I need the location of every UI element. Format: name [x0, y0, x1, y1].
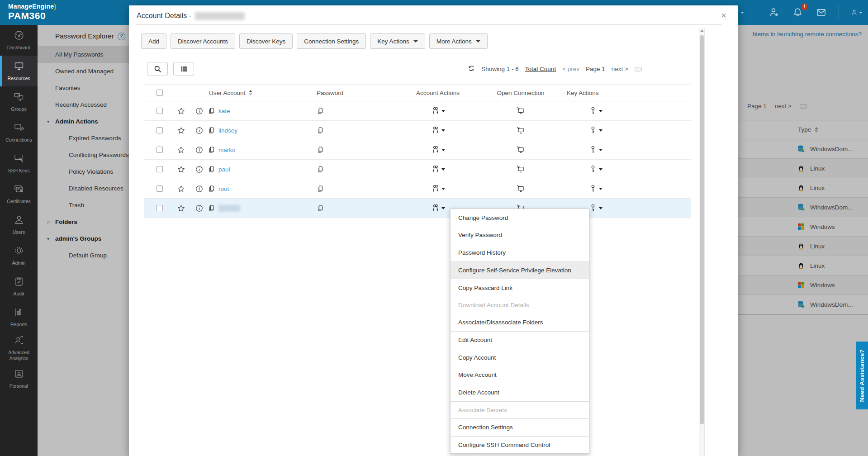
- profile-icon[interactable]: [851, 7, 863, 19]
- page-size-option[interactable]: [662, 67, 669, 71]
- user-account-link[interactable]: marko: [218, 147, 236, 153]
- user-account-link[interactable]: paul: [218, 166, 230, 173]
- sidebar-item[interactable]: Reports: [0, 302, 38, 332]
- menu-item[interactable]: Copy Account: [451, 349, 589, 366]
- sidebar-item[interactable]: Certificates: [0, 179, 38, 209]
- row-checkbox[interactable]: [157, 185, 163, 192]
- sidebar-item[interactable]: Dashboard: [0, 25, 38, 56]
- menu-item[interactable]: Change Password: [451, 209, 589, 227]
- sort-icon[interactable]: [249, 90, 252, 95]
- open-connection-button[interactable]: [516, 165, 525, 174]
- sidebar-item[interactable]: SSH Keys: [0, 148, 38, 179]
- mail-icon[interactable]: [815, 7, 827, 19]
- menu-item[interactable]: Password History: [451, 244, 589, 261]
- copy-icon[interactable]: [208, 107, 215, 114]
- user-star-icon[interactable]: [768, 7, 780, 19]
- key-actions-dropdown[interactable]: [588, 126, 602, 135]
- page-size-option[interactable]: [635, 67, 642, 71]
- copy-icon[interactable]: [208, 146, 215, 153]
- favorite-star-icon[interactable]: [172, 166, 190, 173]
- copy-icon[interactable]: [208, 185, 215, 192]
- favorite-star-icon[interactable]: [172, 185, 190, 193]
- key-actions-dropdown[interactable]: [588, 184, 602, 193]
- sidebar-item[interactable]: Audit: [0, 271, 38, 302]
- sidebar-item[interactable]: Personal: [0, 363, 38, 394]
- account-row[interactable]: kate: [144, 101, 691, 121]
- refresh-icon[interactable]: [468, 65, 475, 73]
- key-actions-dropdown[interactable]: [588, 165, 602, 174]
- row-checkbox[interactable]: [157, 147, 163, 153]
- account-actions-dropdown[interactable]: [431, 126, 445, 135]
- sidebar-item[interactable]: Groups: [0, 86, 38, 117]
- account-actions-dropdown[interactable]: [431, 106, 445, 115]
- row-checkbox[interactable]: [157, 108, 163, 114]
- open-connection-button[interactable]: [516, 126, 525, 135]
- bell-icon[interactable]: !: [792, 7, 803, 19]
- sidebar-item[interactable]: Resources: [0, 56, 38, 86]
- menu-item[interactable]: Associate Secrets: [451, 401, 589, 419]
- sidebar-item[interactable]: Admin: [0, 240, 38, 271]
- page-size-option[interactable]: [675, 67, 683, 71]
- list-view-button[interactable]: [173, 62, 194, 76]
- key-actions-dropdown[interactable]: [588, 145, 602, 154]
- copy-password-icon[interactable]: [317, 166, 324, 173]
- favorite-star-icon[interactable]: [172, 146, 190, 154]
- row-checkbox[interactable]: [157, 205, 163, 211]
- account-row[interactable]: root: [144, 179, 691, 199]
- account-actions-dropdown[interactable]: [431, 184, 445, 193]
- prev-button[interactable]: < prev: [562, 66, 579, 72]
- info-icon[interactable]: [190, 127, 208, 134]
- sidebar-item[interactable]: Connections: [0, 117, 38, 148]
- account-row[interactable]: marko: [144, 140, 691, 160]
- sidebar-item[interactable]: Advanced Analytics: [0, 332, 38, 363]
- page-size-option[interactable]: [648, 67, 655, 71]
- account-actions-dropdown[interactable]: [431, 165, 445, 174]
- scrollbar-thumb[interactable]: [700, 35, 704, 424]
- favorite-star-icon[interactable]: [172, 107, 190, 115]
- row-checkbox[interactable]: [157, 127, 163, 133]
- close-icon[interactable]: ×: [721, 11, 726, 20]
- search-button[interactable]: [147, 62, 168, 76]
- key-actions-dropdown[interactable]: [588, 204, 602, 213]
- copy-password-icon[interactable]: [317, 185, 324, 192]
- menu-item[interactable]: Configure Self-Service Privilege Elevati…: [451, 261, 589, 279]
- brand-logo[interactable]: ManageEngine) PAM360: [8, 3, 56, 21]
- info-icon[interactable]: [190, 166, 208, 173]
- open-connection-button[interactable]: [516, 145, 525, 154]
- user-account-link[interactable]: lindsey: [218, 127, 237, 134]
- account-row[interactable]: lindsey: [144, 121, 691, 140]
- scroll-up-icon[interactable]: [700, 29, 704, 32]
- account-actions-dropdown[interactable]: [431, 204, 445, 213]
- row-checkbox[interactable]: [157, 166, 163, 172]
- info-icon[interactable]: [190, 107, 208, 115]
- account-row[interactable]: [144, 199, 691, 218]
- toolbar-button[interactable]: Discover Accounts: [171, 33, 235, 49]
- sidebar-item[interactable]: Users: [0, 209, 38, 240]
- user-account-link[interactable]: kate: [218, 108, 230, 114]
- account-row[interactable]: paul: [144, 160, 691, 179]
- open-connection-button[interactable]: [516, 106, 525, 115]
- toolbar-button[interactable]: More Actions: [429, 33, 488, 49]
- next-button[interactable]: next >: [612, 66, 628, 72]
- copy-password-icon[interactable]: [317, 146, 324, 153]
- open-connection-button[interactable]: [516, 184, 525, 193]
- copy-icon[interactable]: [208, 204, 215, 212]
- menu-item[interactable]: Configure SSH Command Control: [451, 436, 589, 454]
- favorite-star-icon[interactable]: [172, 204, 190, 212]
- modal-scrollbar[interactable]: [699, 28, 705, 456]
- menu-item[interactable]: Move Account: [451, 366, 589, 384]
- toolbar-button[interactable]: Add: [141, 33, 166, 49]
- user-account-link[interactable]: root: [218, 185, 229, 192]
- info-icon[interactable]: [190, 204, 208, 212]
- toolbar-button[interactable]: Connection Settings: [297, 33, 366, 49]
- toolbar-button[interactable]: Key Actions: [370, 33, 425, 49]
- copy-password-icon[interactable]: [317, 204, 324, 212]
- menu-item[interactable]: Edit Account: [451, 331, 589, 349]
- key-actions-dropdown[interactable]: [588, 106, 602, 115]
- copy-icon[interactable]: [208, 166, 215, 173]
- copy-password-icon[interactable]: [317, 127, 324, 134]
- need-assistance-tab[interactable]: Need Assistance?: [856, 342, 868, 409]
- favorite-star-icon[interactable]: [172, 127, 190, 134]
- user-account-column-header[interactable]: User Account: [209, 90, 245, 96]
- menu-item[interactable]: Associate/Disassociate Folders: [451, 314, 589, 332]
